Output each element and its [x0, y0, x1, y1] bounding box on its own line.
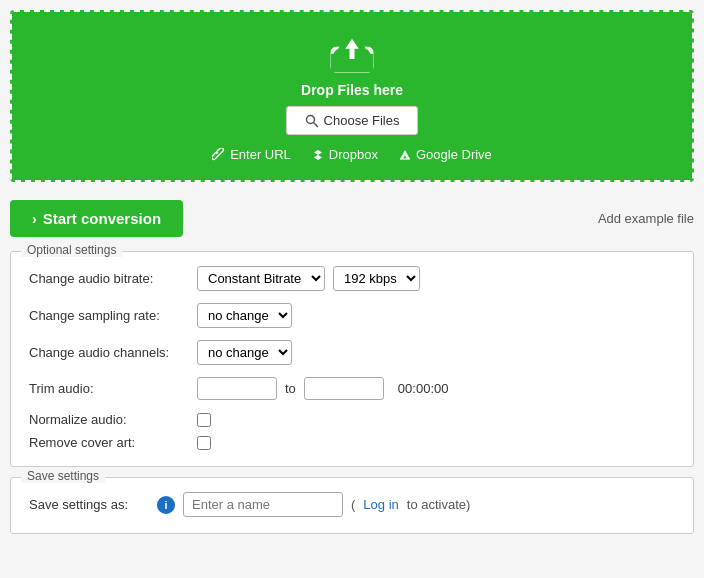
choose-files-button[interactable]: Choose Files	[286, 106, 419, 135]
save-settings-label: Save settings as:	[29, 497, 149, 512]
action-bar: › Start conversion Add example file	[0, 192, 704, 245]
channels-select[interactable]: no change Mono Stereo	[197, 340, 292, 365]
dropbox-icon	[311, 148, 325, 162]
sampling-select[interactable]: no change 8000 Hz 11025 Hz 16000 Hz 2205…	[197, 303, 292, 328]
chevron-right-icon: ›	[32, 211, 37, 227]
remove-cover-label: Remove cover art:	[29, 435, 189, 450]
login-link[interactable]: Log in	[363, 497, 398, 512]
channels-label: Change audio channels:	[29, 345, 189, 360]
drop-zone[interactable]: Drop Files here Choose Files Enter URL D…	[10, 10, 694, 182]
trim-to-label: to	[285, 381, 296, 396]
optional-settings-section: Optional settings Change audio bitrate: …	[10, 251, 694, 467]
normalize-checkbox[interactable]	[197, 413, 211, 427]
trim-start-input[interactable]	[197, 377, 277, 400]
save-settings-section: Save settings Save settings as: i ( Log …	[10, 477, 694, 534]
trim-row: Trim audio: to 00:00:00	[29, 377, 675, 400]
normalize-row: Normalize audio:	[29, 412, 675, 427]
svg-line-8	[313, 122, 318, 127]
channels-row: Change audio channels: no change Mono St…	[29, 340, 675, 365]
svg-point-7	[306, 115, 314, 123]
save-name-input[interactable]	[183, 492, 343, 517]
enter-url-link[interactable]: Enter URL	[212, 147, 291, 162]
dropbox-link[interactable]: Dropbox	[311, 147, 378, 162]
svg-line-9	[217, 153, 221, 157]
normalize-label: Normalize audio:	[29, 412, 189, 427]
activate-text: to activate)	[407, 497, 471, 512]
remove-cover-row: Remove cover art:	[29, 435, 675, 450]
save-row: Save settings as: i ( Log in to activate…	[29, 492, 675, 517]
start-conversion-button[interactable]: › Start conversion	[10, 200, 183, 237]
save-settings-legend: Save settings	[21, 469, 105, 483]
bitrate-type-select[interactable]: Constant Bitrate Variable Bitrate	[197, 266, 325, 291]
source-links: Enter URL Dropbox Google Drive	[212, 147, 492, 162]
sampling-row: Change sampling rate: no change 8000 Hz …	[29, 303, 675, 328]
upload-icon	[326, 32, 378, 74]
svg-marker-11	[400, 150, 410, 159]
trim-end-input[interactable]	[304, 377, 384, 400]
optional-settings-legend: Optional settings	[21, 243, 122, 257]
google-drive-link[interactable]: Google Drive	[398, 147, 492, 162]
trim-time-label: 00:00:00	[398, 381, 449, 396]
sampling-label: Change sampling rate:	[29, 308, 189, 323]
svg-marker-10	[314, 150, 322, 160]
remove-cover-checkbox[interactable]	[197, 436, 211, 450]
bitrate-label: Change audio bitrate:	[29, 271, 189, 286]
link-icon	[212, 148, 226, 162]
drop-text: Drop Files here	[301, 82, 403, 98]
google-drive-icon	[398, 148, 412, 162]
add-example-link[interactable]: Add example file	[598, 211, 694, 226]
info-icon[interactable]: i	[157, 496, 175, 514]
bitrate-row: Change audio bitrate: Constant Bitrate V…	[29, 266, 675, 291]
login-paren-open: (	[351, 497, 355, 512]
trim-label: Trim audio:	[29, 381, 189, 396]
bitrate-kbps-select[interactable]: 192 kbps 128 kbps 256 kbps 320 kbps	[333, 266, 420, 291]
search-icon	[305, 114, 319, 128]
